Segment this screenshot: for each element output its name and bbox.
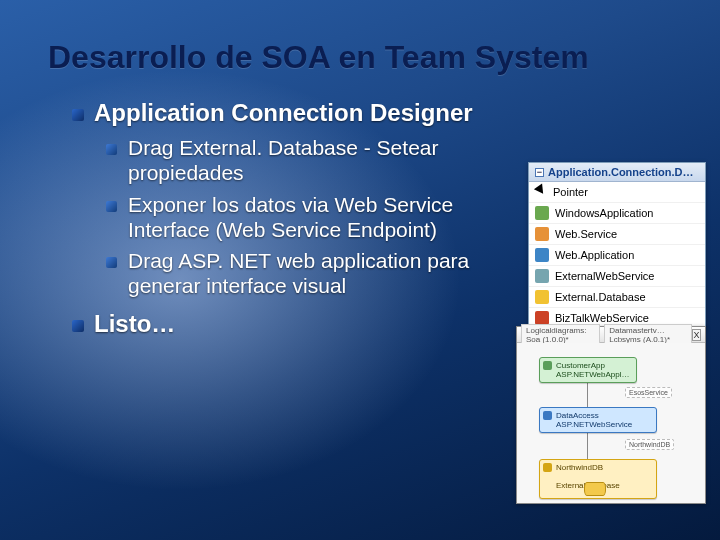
toolbox-item-webservice[interactable]: Web.Service bbox=[529, 223, 705, 244]
endpoint-label[interactable]: EsosService bbox=[625, 387, 672, 398]
externaldb-icon bbox=[535, 290, 549, 304]
toolbox-item-windowsapp[interactable]: WindowsApplication bbox=[529, 202, 705, 223]
toolbox-item-label: External.Database bbox=[555, 291, 646, 303]
node-dataaccess[interactable]: DataAccess ASP.NETWebService bbox=[539, 407, 657, 433]
externalws-icon bbox=[535, 269, 549, 283]
endpoint-label[interactable]: NorthwindDB bbox=[625, 439, 674, 450]
toolbox-panel: − Application.Connection.D… Pointer Wind… bbox=[528, 162, 706, 329]
bullet-label: Drag External. Database - Setear propied… bbox=[128, 135, 508, 185]
toolbox-items: Pointer WindowsApplication Web.Service W… bbox=[529, 182, 705, 328]
windowsapp-icon bbox=[535, 206, 549, 220]
toolbox-item-label: WindowsApplication bbox=[555, 207, 653, 219]
toolbox-item-label: ExternalWebService bbox=[555, 270, 654, 282]
toolbox-item-extdb[interactable]: External.Database bbox=[529, 286, 705, 307]
bullet-label: Exponer los datos via Web Service Interf… bbox=[128, 192, 508, 242]
pointer-icon bbox=[534, 183, 550, 200]
toolbox-title: Application.Connection.D… bbox=[548, 166, 693, 178]
close-icon[interactable]: X bbox=[692, 329, 701, 341]
toolbox-item-label: BizTalkWebService bbox=[555, 312, 649, 324]
diagram-tab[interactable]: Datamastertv… Lcbsyms (A.0.1)* bbox=[604, 324, 692, 345]
node-externaldb[interactable]: NorthwindDB ExternalDatabase bbox=[539, 459, 657, 499]
diagram-tab[interactable]: Logicaldiagrams: Soa (1.0.0)* bbox=[521, 324, 600, 345]
toolbox-item-label: Pointer bbox=[553, 186, 588, 198]
slide: Desarrollo de SOA en Team System Applica… bbox=[0, 0, 720, 540]
diagram-canvas[interactable]: CustomerApp ASP.NETWebAppl… EsosService … bbox=[517, 343, 705, 503]
diagram-tabs: Logicaldiagrams: Soa (1.0.0)* Datamaster… bbox=[521, 324, 692, 345]
node-label: CustomerApp ASP.NETWebAppl… bbox=[556, 361, 630, 379]
diagram-panel: Logicaldiagrams: Soa (1.0.0)* Datamaster… bbox=[516, 326, 706, 504]
biztalk-icon bbox=[535, 311, 549, 325]
toolbox-header[interactable]: − Application.Connection.D… bbox=[529, 163, 705, 182]
toolbox-item-pointer[interactable]: Pointer bbox=[529, 182, 705, 202]
bullet-label: Drag ASP. NET web application para gener… bbox=[128, 248, 508, 298]
toolbox-item-webapp[interactable]: Web.Application bbox=[529, 244, 705, 265]
node-customerapp[interactable]: CustomerApp ASP.NETWebAppl… bbox=[539, 357, 637, 383]
toolbox-item-label: Web.Service bbox=[555, 228, 617, 240]
collapse-icon[interactable]: − bbox=[535, 168, 544, 177]
bullet-label: Application Connection Designer bbox=[94, 99, 473, 126]
webapp-icon bbox=[535, 248, 549, 262]
toolbox-item-extws[interactable]: ExternalWebService bbox=[529, 265, 705, 286]
slide-title: Desarrollo de SOA en Team System bbox=[48, 40, 680, 75]
webservice-icon bbox=[535, 227, 549, 241]
node-label: DataAccess ASP.NETWebService bbox=[556, 411, 632, 429]
bullet-label: Listo… bbox=[94, 310, 175, 337]
database-icon bbox=[584, 482, 606, 496]
diagram-titlebar: Logicaldiagrams: Soa (1.0.0)* Datamaster… bbox=[517, 327, 705, 343]
toolbox-item-label: Web.Application bbox=[555, 249, 634, 261]
